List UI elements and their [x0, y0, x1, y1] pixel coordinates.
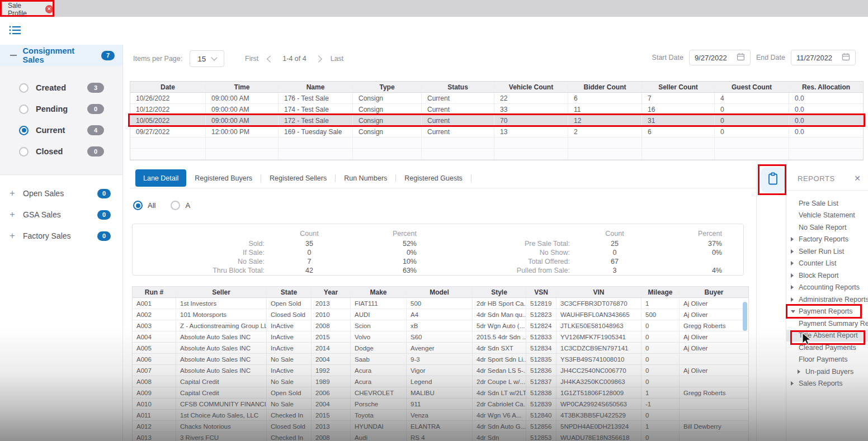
items-per-page-select[interactable]: 15 [190, 50, 224, 67]
table-row[interactable]: 10/05/202209:00:00 AM172 - Test SaleCons… [130, 115, 863, 126]
sidebar-item-current[interactable]: Current 4 [0, 120, 122, 141]
first-page-button[interactable]: First [245, 55, 258, 63]
table-row[interactable]: 09/27/202212:00:00 PM169 - Tuesday SaleC… [130, 126, 863, 137]
tab-registered-buyers[interactable]: Registered Buyers [186, 169, 261, 187]
close-tab-icon[interactable]: ✕ [45, 5, 53, 13]
report-item-factory-reports[interactable]: Factory Reports [786, 234, 868, 246]
column-header[interactable]: Year [312, 287, 351, 297]
radio-checked-icon[interactable] [19, 126, 29, 135]
end-date-input[interactable]: 11/27/2022 [791, 50, 856, 65]
table-row[interactable]: A009Capital CreditOpen Sold2006CHEVROLET… [133, 387, 748, 399]
column-header[interactable]: Make [351, 287, 407, 297]
menu-list-icon[interactable] [9, 25, 21, 36]
expand-plus-icon[interactable]: + [9, 188, 16, 198]
expand-plus-icon[interactable]: + [9, 210, 16, 220]
report-item-no-sale-report[interactable]: No Sale Report [786, 221, 868, 234]
report-item-block-report[interactable]: Block Report [786, 269, 868, 282]
table-row[interactable]: A012Chacks NotoriousClosed Sold2013HYUND… [133, 421, 748, 432]
next-page-icon[interactable] [315, 55, 322, 63]
report-item-counter-list[interactable]: Counter List [786, 258, 868, 270]
calendar-icon[interactable] [842, 53, 850, 63]
column-header[interactable]: Time [206, 82, 279, 92]
report-item-floor-payments[interactable]: Floor Payments [786, 354, 868, 366]
expand-triangle-icon[interactable] [791, 297, 794, 302]
table-row[interactable]: 10/12/202209:00:00 AM174 - Test SaleCons… [130, 104, 863, 115]
table-row[interactable]: A003Z - Auctionstreaming Group LLCInActi… [133, 320, 748, 331]
table-row[interactable]: A0011st InvestorsOpen Sold2013FIAT111500… [133, 298, 748, 309]
expand-triangle-icon[interactable] [791, 381, 794, 386]
sidebar-item-factory-sales[interactable]: + Factory Sales 0 [0, 225, 122, 246]
sidebar-item-consignment-sales[interactable]: Consignment Sales 7 [0, 45, 122, 66]
column-header[interactable]: Mileage [641, 287, 680, 297]
table-row[interactable]: A006Absolute Auto Sales INCNo Sale2004Sa… [133, 354, 748, 365]
radio-icon[interactable] [171, 201, 180, 210]
table-row[interactable]: 10/26/202209:00:00 AM176 - Test SaleCons… [130, 93, 863, 104]
column-header[interactable]: Vehicle Count [494, 82, 568, 92]
report-item-payment-reports[interactable]: Payment Reports [786, 306, 868, 318]
tab-registered-guests[interactable]: Registered Guests [396, 169, 471, 187]
column-header[interactable]: Res. Allocation [789, 82, 863, 92]
expand-triangle-icon[interactable] [791, 237, 794, 241]
sidebar-item-pending[interactable]: Pending 0 [0, 98, 122, 120]
lane-filter-all[interactable]: All [133, 201, 155, 210]
table-row[interactable]: A002101 MotorsportsClosed Sold2010AUDIA4… [133, 309, 748, 320]
table-row[interactable]: A004Absolute Auto Sales INCInActive2015V… [133, 331, 748, 343]
collapse-minus-icon[interactable] [10, 55, 17, 56]
sidebar-item-gsa-sales[interactable]: + GSA Sales 0 [0, 204, 122, 225]
table-row[interactable]: A010CFSB COMMUNITY FINANCIAL ...No Sale2… [133, 399, 748, 410]
column-header[interactable]: Seller Count [642, 82, 715, 92]
column-header[interactable]: Bidder Count [568, 82, 642, 92]
table-row[interactable]: A0133 Rivers FCUChecked In2008AudiRS 44d… [133, 432, 748, 441]
column-header[interactable]: Status [422, 82, 494, 92]
report-item-administrative-reports[interactable]: Administrative Reports [786, 293, 868, 306]
column-header[interactable]: Run # [133, 287, 176, 297]
tab-lane-detail[interactable]: Lane Detail [135, 169, 186, 187]
last-page-button[interactable]: Last [331, 55, 344, 63]
column-header[interactable]: Guest Count [715, 82, 789, 92]
column-header[interactable]: State [267, 287, 312, 297]
sidebar-item-created[interactable]: Created 3 [0, 77, 122, 98]
column-header[interactable]: Model [407, 287, 473, 297]
column-header[interactable]: Name [279, 82, 353, 92]
close-icon[interactable]: ✕ [854, 174, 861, 182]
reports-clipboard-button[interactable] [761, 167, 785, 193]
sidebar-item-closed[interactable]: Closed 0 [0, 141, 122, 162]
lane-filter-a[interactable]: A [171, 201, 190, 210]
report-item-cleared-payments[interactable]: Cleared Payments [786, 342, 868, 354]
column-header[interactable]: VSN [526, 287, 556, 297]
table-row[interactable]: A007Absolute Auto Sales INCInActive1992A… [133, 365, 748, 376]
expand-triangle-icon[interactable] [791, 285, 794, 290]
previous-page-icon[interactable] [267, 55, 274, 63]
radio-checked-icon[interactable] [133, 201, 143, 210]
report-item-vehicle-statement[interactable]: Vehicle Statement [786, 210, 868, 222]
report-item-sales-reports[interactable]: Sales Reports [786, 378, 868, 390]
radio-icon[interactable] [19, 83, 29, 93]
report-item-seller-run-list[interactable]: Seller Run List [786, 245, 868, 258]
column-header[interactable]: VIN [556, 287, 641, 297]
calendar-icon[interactable] [737, 53, 745, 63]
report-item-pre-sale-list[interactable]: Pre Sale List [786, 197, 868, 210]
sidebar-item-open-sales[interactable]: + Open Sales 0 [0, 183, 122, 204]
radio-icon[interactable] [19, 147, 29, 157]
expand-triangle-icon[interactable] [791, 273, 794, 278]
column-header[interactable]: Buyer [680, 287, 748, 297]
table-row[interactable]: A008Capital CreditNo Sale1989AcuraLegend… [133, 376, 748, 387]
expand-triangle-icon[interactable] [791, 261, 794, 265]
tab-registered-sellers[interactable]: Registered Sellers [261, 169, 335, 187]
expand-triangle-icon[interactable] [791, 249, 794, 254]
expand-plus-icon[interactable]: + [9, 231, 16, 241]
report-item-un-paid-buyers[interactable]: Un-paid Buyers [786, 366, 868, 378]
radio-icon[interactable] [19, 105, 29, 114]
column-header[interactable]: Seller [176, 287, 267, 297]
table-row[interactable]: A0111st Choice Auto Sales, LLCChecked In… [133, 410, 748, 421]
tab-sale-profile[interactable]: Sale Profile ✕ [2, 2, 53, 17]
column-header[interactable]: Date [130, 82, 206, 92]
report-item-title-absent-report[interactable]: Title Absent Report [786, 330, 868, 342]
collapse-triangle-icon[interactable] [791, 310, 795, 313]
report-item-accounting-reports[interactable]: Accounting Reports [786, 282, 868, 294]
column-header[interactable]: Type [353, 82, 422, 92]
vertical-scrollbar-thumb[interactable] [743, 302, 747, 331]
start-date-input[interactable]: 9/27/2022 [689, 50, 751, 65]
tab-run-numbers[interactable]: Run Numbers [336, 169, 395, 187]
column-header[interactable]: Style [473, 287, 526, 297]
